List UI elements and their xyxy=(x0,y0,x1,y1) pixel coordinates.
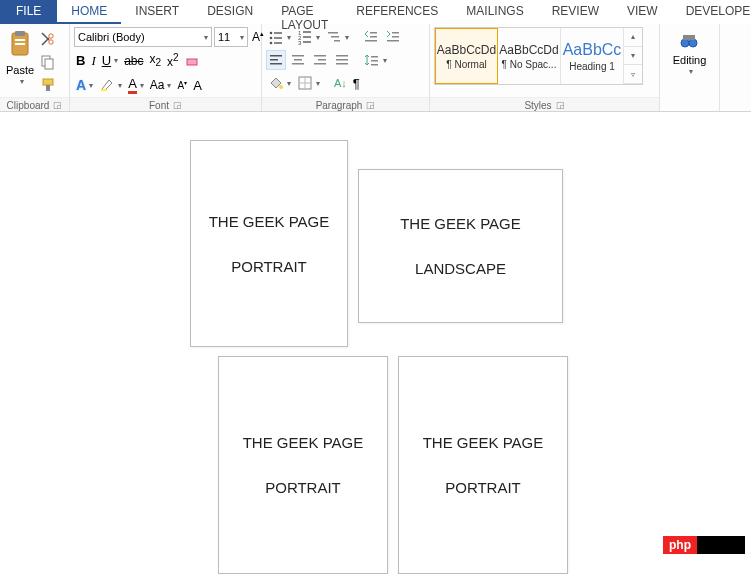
group-paragraph: ▾ 123▾ ▾ ▾ ▾ ▾ A↓ ¶ xyxy=(262,24,430,111)
scissors-icon xyxy=(40,31,56,47)
page-1-orient: PORTRAIT xyxy=(231,258,307,275)
styles-label: Styles xyxy=(524,100,551,111)
underline-button[interactable]: U▾ xyxy=(100,51,120,70)
bold-button[interactable]: B xyxy=(74,51,87,70)
multilevel-icon xyxy=(326,29,342,45)
font-label: Font xyxy=(149,100,169,111)
numbering-button[interactable]: 123▾ xyxy=(295,27,322,47)
svg-rect-9 xyxy=(46,85,50,91)
cut-button[interactable] xyxy=(38,29,58,49)
svg-rect-30 xyxy=(392,32,399,34)
style-normal[interactable]: AaBbCcDd ¶ Normal xyxy=(435,28,498,84)
style-heading1[interactable]: AaBbCc Heading 1 xyxy=(561,28,624,84)
copy-button[interactable] xyxy=(38,52,58,72)
increase-indent-button[interactable] xyxy=(383,27,403,47)
style-normal-preview: AaBbCcDd xyxy=(437,43,496,57)
show-marks-button[interactable]: ¶ xyxy=(351,74,362,93)
paste-button[interactable] xyxy=(4,27,36,63)
change-case-button[interactable]: Aa▾ xyxy=(148,76,174,94)
tab-insert[interactable]: INSERT xyxy=(121,0,193,24)
styles-launcher[interactable]: ◲ xyxy=(556,100,565,110)
align-right-button[interactable] xyxy=(310,50,330,70)
page-1[interactable]: THE GEEK PAGE PORTRAIT xyxy=(190,140,348,347)
font-size-value: 11 xyxy=(218,31,230,43)
sort-button[interactable]: A↓ xyxy=(332,75,349,91)
editing-dropdown[interactable]: ▾ xyxy=(689,67,693,76)
clipboard-label: Clipboard xyxy=(7,100,50,111)
tab-home[interactable]: HOME xyxy=(57,0,121,24)
svg-rect-54 xyxy=(683,35,695,40)
page-3[interactable]: THE GEEK PAGE PORTRAIT xyxy=(218,356,388,574)
align-left-icon xyxy=(268,52,284,68)
italic-button[interactable]: I xyxy=(89,51,97,71)
font-name-select[interactable]: Calibri (Body)▾ xyxy=(74,27,212,47)
find-button[interactable] xyxy=(676,27,702,53)
svg-rect-26 xyxy=(334,40,340,42)
highlight-button[interactable]: ▾ xyxy=(97,75,124,95)
svg-rect-13 xyxy=(274,32,282,34)
group-font: Calibri (Body)▾ 11▾ A▴ B I U▾ abc x2 x2 … xyxy=(70,24,262,111)
bullets-button[interactable]: ▾ xyxy=(266,27,293,47)
shading-button[interactable]: ▾ xyxy=(266,73,293,93)
grow-font2-button[interactable]: A xyxy=(191,76,204,95)
tab-mailings[interactable]: MAILINGS xyxy=(452,0,537,24)
text-effects-button[interactable]: A▾ xyxy=(74,75,95,95)
font-size-select[interactable]: 11▾ xyxy=(214,27,248,47)
font-color-button[interactable]: A▾ xyxy=(126,74,146,96)
align-center-button[interactable] xyxy=(288,50,308,70)
justify-icon xyxy=(334,52,350,68)
svg-rect-33 xyxy=(270,55,282,57)
tab-design[interactable]: DESIGN xyxy=(193,0,267,24)
svg-rect-7 xyxy=(45,59,53,69)
brush-icon xyxy=(40,77,56,93)
strike-button[interactable]: abc xyxy=(122,52,145,70)
paste-dropdown[interactable]: ▾ xyxy=(20,77,24,86)
line-spacing-button[interactable]: ▾ xyxy=(362,50,389,70)
format-painter-button[interactable] xyxy=(38,75,58,95)
style-gallery-more[interactable]: ▴▾▿ xyxy=(624,28,642,84)
justify-button[interactable] xyxy=(332,50,352,70)
tab-review[interactable]: REVIEW xyxy=(538,0,613,24)
paragraph-label: Paragraph xyxy=(316,100,363,111)
watermark-box xyxy=(697,536,745,554)
page-2[interactable]: THE GEEK PAGE LANDSCAPE xyxy=(358,169,563,323)
document-canvas[interactable]: THE GEEK PAGE PORTRAIT THE GEEK PAGE LAN… xyxy=(0,112,751,574)
align-right-icon xyxy=(312,52,328,68)
svg-rect-38 xyxy=(292,63,304,65)
svg-rect-23 xyxy=(303,41,311,43)
ribbon-tabs: FILE HOME INSERT DESIGN PAGE LAYOUT REFE… xyxy=(0,0,751,24)
svg-rect-32 xyxy=(387,40,399,42)
svg-rect-47 xyxy=(371,64,378,66)
watermark: php xyxy=(663,536,745,554)
svg-point-5 xyxy=(49,40,53,44)
tab-page-layout[interactable]: PAGE LAYOUT xyxy=(267,0,342,24)
svg-point-4 xyxy=(49,34,53,38)
bucket-icon xyxy=(268,75,284,91)
borders-button[interactable]: ▾ xyxy=(295,73,322,93)
tab-view[interactable]: VIEW xyxy=(613,0,672,24)
page-4-title: THE GEEK PAGE xyxy=(423,434,544,451)
paragraph-launcher[interactable]: ◲ xyxy=(366,100,375,110)
decrease-indent-button[interactable] xyxy=(361,27,381,47)
svg-rect-41 xyxy=(314,63,326,65)
tab-references[interactable]: REFERENCES xyxy=(342,0,452,24)
subscript-button[interactable]: x2 xyxy=(147,50,163,70)
svg-rect-1 xyxy=(15,31,25,36)
bullets-icon xyxy=(268,29,284,45)
tab-developer[interactable]: DEVELOPER xyxy=(672,0,751,24)
svg-point-16 xyxy=(270,42,273,45)
svg-rect-8 xyxy=(43,79,53,85)
align-left-button[interactable] xyxy=(266,50,286,70)
clipboard-launcher[interactable]: ◲ xyxy=(53,100,62,110)
borders-icon xyxy=(297,75,313,91)
multilevel-button[interactable]: ▾ xyxy=(324,27,351,47)
superscript-button[interactable]: x2 xyxy=(165,50,181,71)
font-launcher[interactable]: ◲ xyxy=(173,100,182,110)
tab-file[interactable]: FILE xyxy=(0,0,57,24)
svg-rect-39 xyxy=(314,55,326,57)
shrink-font-button[interactable]: A▾ xyxy=(175,77,189,93)
style-nospacing[interactable]: AaBbCcDd ¶ No Spac... xyxy=(498,28,561,84)
clear-format-button[interactable] xyxy=(183,51,203,71)
svg-rect-45 xyxy=(371,56,378,58)
page-4[interactable]: THE GEEK PAGE PORTRAIT xyxy=(398,356,568,574)
